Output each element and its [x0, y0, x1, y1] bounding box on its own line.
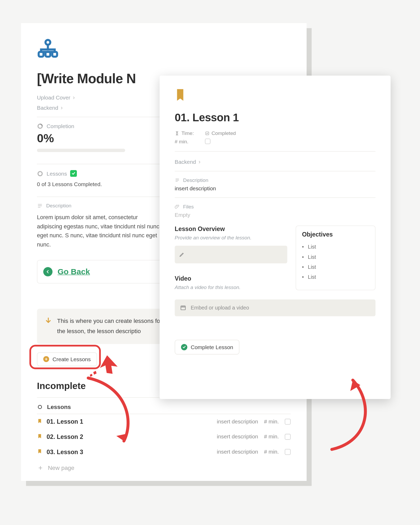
objective-item: List [302, 262, 369, 272]
video-hint: Attach a video for this lesson. [175, 284, 287, 290]
description-label: Description [46, 203, 71, 209]
checkbox-icon [205, 131, 209, 135]
new-page-label: New page [48, 465, 74, 471]
lessons-header-label: Lessons [47, 404, 71, 411]
complete-lesson-button[interactable]: Complete Lesson [175, 340, 240, 354]
description-value: insert description [175, 185, 376, 192]
objective-item: List [302, 252, 369, 262]
create-lessons-button[interactable]: + Create Lessons [37, 352, 97, 366]
hourglass-icon [175, 131, 180, 135]
chevron-right-icon [73, 94, 75, 101]
files-value: Empty [175, 212, 376, 218]
bookmark-icon [37, 433, 43, 441]
lesson-row: 02. Lesson 2 insert description # min. [37, 429, 291, 444]
lesson-desc: insert description [217, 449, 258, 455]
objective-item: List [302, 242, 369, 252]
lessons-header: Lessons [37, 398, 291, 414]
svg-rect-10 [206, 132, 209, 135]
lesson-time: # min. [264, 418, 279, 425]
lesson-checkbox[interactable] [285, 419, 291, 424]
lesson-title[interactable]: 01. Lesson 1 [47, 418, 83, 425]
go-back-label: Go Back [57, 267, 90, 276]
breadcrumb-label: Backend [175, 159, 196, 165]
objective-item: List [302, 272, 369, 282]
new-page-button[interactable]: ＋ New page [37, 459, 291, 477]
check-circle-icon [181, 344, 187, 350]
lesson-row: 03. Lesson 3 insert description # min. [37, 444, 291, 460]
lesson-time: # min. [264, 449, 279, 455]
lines-icon [37, 203, 43, 209]
circle-icon [37, 404, 43, 410]
lesson-title[interactable]: 03. Lesson 3 [47, 449, 83, 455]
svg-rect-2 [45, 52, 50, 57]
files-row: Files [175, 204, 376, 209]
breadcrumb-backend[interactable]: Backend [175, 158, 376, 165]
completed-checkbox[interactable] [205, 139, 210, 144]
svg-rect-14 [181, 306, 185, 310]
film-icon [180, 304, 187, 311]
lesson-desc: insert description [217, 418, 258, 425]
lesson-title: 01. Lesson 1 [175, 111, 376, 124]
divider [175, 171, 376, 171]
time-label: Time: [181, 130, 194, 136]
video-placeholder: Embed or upload a video [191, 305, 249, 311]
svg-rect-3 [52, 52, 57, 57]
bookmark-icon [37, 418, 43, 426]
plus-circle-icon: + [43, 356, 49, 362]
completed-label: Completed [212, 130, 236, 136]
lesson-checkbox[interactable] [285, 434, 291, 440]
donut-icon [37, 170, 43, 177]
lesson-checkbox[interactable] [285, 449, 291, 455]
complete-lesson-label: Complete Lesson [191, 344, 233, 350]
chevron-right-icon [61, 104, 62, 111]
bookmark-icon [175, 88, 376, 104]
video-title: Video [175, 275, 287, 282]
svg-point-9 [38, 405, 41, 409]
lesson-list: Lessons 01. Lesson 1 insert description … [37, 397, 291, 477]
completion-label: Completion [47, 123, 74, 129]
completion-bar [37, 149, 125, 152]
module-icon [37, 38, 59, 60]
arrow-left-icon [43, 267, 52, 276]
donut-icon [37, 123, 43, 129]
overview-title: Lesson Overview [175, 225, 287, 232]
files-label: Files [183, 204, 194, 209]
bookmark-icon [37, 448, 43, 456]
lesson-row: 01. Lesson 1 insert description # min. [37, 414, 291, 429]
lessons-label: Lessons [47, 170, 67, 177]
objectives-card: Objectives List List List List [296, 225, 375, 290]
lesson-time: # min. [264, 434, 279, 440]
divider [175, 151, 376, 152]
create-lessons-label: Create Lessons [52, 356, 91, 363]
video-embed-button[interactable]: Embed or upload a video [175, 300, 376, 316]
check-badge-icon [70, 170, 77, 177]
arrow-down-icon [45, 317, 52, 337]
lesson-title[interactable]: 02. Lesson 2 [47, 433, 83, 440]
overview-input[interactable] [175, 246, 287, 263]
overview-hint: Provide an overview of the lesson. [175, 235, 287, 240]
pencil-icon [179, 251, 185, 257]
lines-icon [175, 178, 180, 183]
description-row: Description [175, 177, 376, 183]
svg-point-5 [38, 171, 42, 176]
description-text: Lorem ipsum dolor sit amet, consectetur … [37, 213, 163, 249]
divider [175, 197, 376, 198]
chevron-right-icon [198, 158, 200, 165]
paperclip-icon [175, 204, 180, 209]
objectives-title: Objectives [302, 231, 369, 238]
plus-icon: ＋ [37, 464, 44, 472]
lesson-desc: insert description [217, 434, 258, 440]
overview-column: Lesson Overview Provide an overview of t… [175, 225, 287, 290]
lesson-panel: 01. Lesson 1 Time: # min. Completed Back… [160, 76, 391, 399]
svg-rect-1 [39, 52, 43, 57]
time-value: # min. [175, 139, 194, 144]
breadcrumb-label: Backend [37, 104, 58, 111]
lesson-props: Time: # min. Completed [175, 130, 376, 144]
description-label: Description [183, 177, 208, 183]
upload-cover-label: Upload Cover [37, 94, 70, 101]
